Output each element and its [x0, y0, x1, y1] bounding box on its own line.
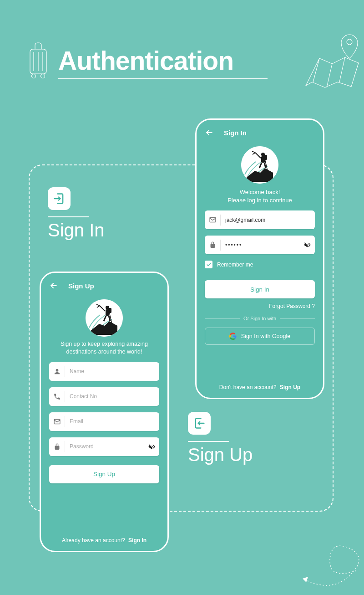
- suitcase-icon: [27, 41, 49, 79]
- signup-avatar: [86, 299, 123, 337]
- title-underline: [58, 78, 268, 79]
- signup-toggle-visibility-icon[interactable]: [144, 442, 159, 451]
- signin-back-button[interactable]: [205, 128, 214, 137]
- dotted-arrow-decor: [296, 511, 364, 589]
- signup-password-input[interactable]: [65, 443, 144, 450]
- signup-name-field[interactable]: [49, 362, 159, 381]
- email-icon: [49, 418, 65, 426]
- go-to-signup-link[interactable]: Sign Up: [280, 384, 300, 390]
- lock-icon: [49, 443, 65, 451]
- signup-name-input[interactable]: [65, 368, 159, 374]
- email-icon: [205, 216, 220, 224]
- remember-me-checkbox[interactable]: [205, 261, 212, 268]
- signup-screen-title: Sign Up: [68, 282, 94, 290]
- forgot-password-link[interactable]: Forgot Password ?: [205, 303, 315, 309]
- signup-submit-button[interactable]: Sign Up: [49, 465, 159, 483]
- svg-line-6: [313, 58, 319, 82]
- svg-point-9: [347, 39, 352, 45]
- svg-rect-23: [108, 308, 111, 313]
- signup-contact-field[interactable]: [49, 387, 159, 406]
- google-icon: [229, 333, 237, 340]
- google-signin-button[interactable]: Sign In with Google: [205, 328, 315, 345]
- signin-email-input[interactable]: [221, 217, 315, 223]
- signin-email-field[interactable]: [205, 210, 315, 229]
- svg-line-7: [327, 64, 332, 87]
- page-header: Authentication: [27, 41, 337, 79]
- signup-back-button[interactable]: [49, 281, 58, 290]
- signin-password-field[interactable]: [205, 236, 315, 254]
- signin-phone: Sign In: [195, 118, 324, 399]
- remember-me-label: Remember me: [217, 262, 253, 268]
- page-title: Authentication: [58, 46, 337, 76]
- go-to-signin-link[interactable]: Sign In: [128, 537, 147, 544]
- svg-point-4: [32, 74, 36, 78]
- signin-screen-title: Sign In: [224, 129, 247, 137]
- signup-bottom-link: Already have an account? Sign In: [41, 537, 167, 544]
- signin-toggle-visibility-icon[interactable]: [299, 241, 315, 249]
- svg-point-5: [41, 74, 45, 78]
- signin-welcome-text: Welcome back! Please log in to continue: [205, 188, 315, 204]
- signup-email-field[interactable]: [49, 412, 159, 431]
- signin-label-text: Sign In: [48, 220, 105, 241]
- svg-line-8: [339, 57, 345, 82]
- or-divider: Or Sign In with: [205, 316, 315, 321]
- signup-label-text: Sign Up: [188, 445, 253, 465]
- lock-icon: [205, 241, 220, 249]
- signin-label-icon: [48, 187, 71, 210]
- signin-avatar: [241, 146, 278, 184]
- signin-label-block: Sign In: [48, 187, 105, 241]
- signin-password-input[interactable]: [221, 242, 299, 248]
- svg-rect-13: [263, 155, 267, 160]
- remember-me-row: Remember me: [205, 261, 315, 268]
- signup-password-field[interactable]: [49, 437, 159, 456]
- signin-bottom-link: Don't have an account? Sign Up: [197, 384, 323, 390]
- signin-submit-button[interactable]: Sign In: [205, 280, 315, 298]
- signup-contact-input[interactable]: [65, 393, 159, 400]
- person-icon: [49, 368, 65, 375]
- signup-phone: Sign Up: [40, 272, 169, 552]
- phone-icon: [49, 393, 65, 400]
- signup-label-block: Sign Up: [188, 412, 253, 465]
- map-pin-decor: [300, 22, 364, 97]
- signup-email-input[interactable]: [65, 418, 159, 425]
- signup-label-icon: [188, 412, 211, 435]
- signup-subtitle: Sign up to keep exploring amazing destin…: [49, 340, 159, 356]
